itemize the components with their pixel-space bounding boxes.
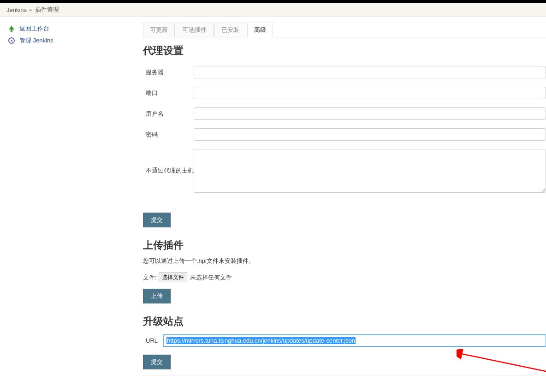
svg-line-7 xyxy=(461,354,546,388)
file-chosen-status: 未选择任何文件 xyxy=(190,273,232,282)
proxy-noproxy-input[interactable] xyxy=(194,149,546,193)
proxy-user-label: 用户名 xyxy=(143,110,194,118)
tab-updatable[interactable]: 可更新 xyxy=(143,23,175,37)
proxy-section-title: 代理设置 xyxy=(143,44,546,58)
proxy-port-label: 端口 xyxy=(143,89,194,97)
choose-file-button[interactable]: 选择文件 xyxy=(159,273,187,282)
proxy-submit-button[interactable]: 提交 xyxy=(143,213,171,227)
breadcrumb-current-link[interactable]: 插件管理 xyxy=(35,6,59,14)
proxy-password-label: 密码 xyxy=(143,131,194,139)
sidebar-item-manage-label: 管理 Jenkins xyxy=(19,36,53,45)
tabs: 可更新 可选插件 已安装 高级 xyxy=(143,23,546,37)
up-arrow-icon xyxy=(7,24,16,33)
upload-description: 您可以通过上传一个.hpi文件来安装插件。 xyxy=(143,257,546,265)
proxy-password-input[interactable] xyxy=(194,128,546,141)
bottom-divider xyxy=(143,375,546,375)
tab-installed[interactable]: 已安装 xyxy=(214,23,246,37)
proxy-server-label: 服务器 xyxy=(143,68,194,77)
proxy-noproxy-label: 不通过代理的主机 xyxy=(143,149,194,175)
gear-icon xyxy=(7,36,16,45)
breadcrumb: Jenkins ▸ 插件管理 xyxy=(0,3,546,17)
proxy-port-input[interactable] xyxy=(194,87,546,99)
sidebar-item-back-label: 返回工作台 xyxy=(19,24,49,33)
breadcrumb-root-link[interactable]: Jenkins xyxy=(6,6,27,13)
updatesite-url-label: URL xyxy=(143,337,163,344)
breadcrumb-separator: ▸ xyxy=(30,7,32,13)
sidebar: 返回工作台 管理 Jenkins xyxy=(0,17,138,389)
tab-advanced[interactable]: 高级 xyxy=(247,23,273,37)
updatesite-url-input[interactable]: https://mirrors.tuna.tsinghua.edu.cn/jen… xyxy=(163,335,546,346)
svg-point-1 xyxy=(11,40,12,42)
sidebar-item-manage[interactable]: 管理 Jenkins xyxy=(5,35,134,47)
upload-section-title: 上传插件 xyxy=(143,238,546,252)
upload-file-label: 文件: xyxy=(143,273,157,282)
updatesite-section-title: 升级站点 xyxy=(143,315,546,328)
upload-button[interactable]: 上传 xyxy=(143,289,171,303)
annotation-arrow-icon xyxy=(457,349,546,389)
updatesite-url-value: https://mirrors.tuna.tsinghua.edu.cn/jen… xyxy=(166,337,356,344)
proxy-user-input[interactable] xyxy=(194,107,546,120)
sidebar-item-back[interactable]: 返回工作台 xyxy=(5,23,134,35)
main-content: 可更新 可选插件 已安装 高级 代理设置 服务器 端口 用户名 密码 不通过代理… xyxy=(138,17,546,389)
proxy-server-input[interactable] xyxy=(194,66,546,78)
updatesite-submit-button[interactable]: 提交 xyxy=(143,355,171,369)
tab-available[interactable]: 可选插件 xyxy=(176,23,214,37)
